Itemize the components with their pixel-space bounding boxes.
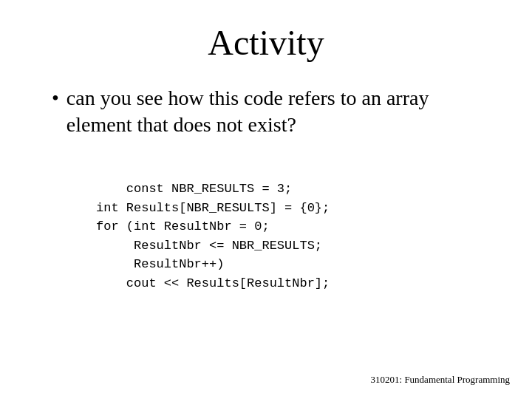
bullet-item: • can you see how this code refers to an… xyxy=(52,85,495,139)
code-line-3: for (int ResultNbr = 0; xyxy=(96,219,270,233)
code-line-1: const NBR_RESULTS = 3; xyxy=(126,182,292,196)
code-block: const NBR_RESULTS = 3; int Results[NBR_R… xyxy=(37,161,330,312)
bullet-section: • can you see how this code refers to an… xyxy=(37,85,495,139)
code-line-2: int Results[NBR_RESULTS] = {0}; xyxy=(96,201,330,215)
bullet-dot: • xyxy=(52,85,59,112)
slide: Activity • can you see how this code ref… xyxy=(0,0,532,399)
code-line-6: cout << Results[ResultNbr]; xyxy=(96,276,330,290)
bullet-text: can you see how this code refers to an a… xyxy=(66,85,495,139)
code-line-5: ResultNbr++) xyxy=(96,257,224,271)
code-line-4: ResultNbr <= NBR_RESULTS; xyxy=(96,239,322,253)
footer-text: 310201: Fundamental Programming xyxy=(371,374,510,386)
slide-title: Activity xyxy=(37,22,495,63)
